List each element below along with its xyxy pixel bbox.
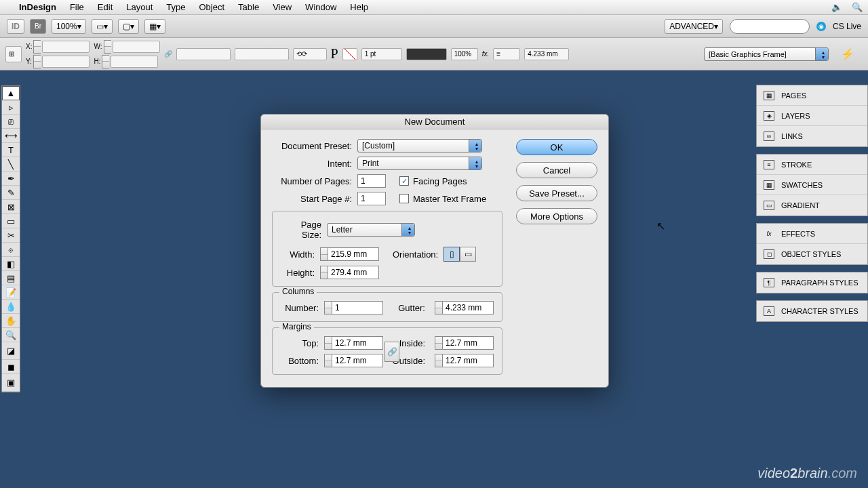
workspace-select[interactable]: ADVANCED ▾	[665, 19, 723, 34]
page-size-select[interactable]: Letter▴▾	[327, 223, 415, 237]
hand-tool[interactable]: ✋	[2, 314, 20, 328]
frame-style-select[interactable]: [Basic Graphics Frame]▴▾	[704, 47, 829, 61]
gutter-spinner[interactable]	[435, 301, 442, 314]
height-spinner[interactable]	[320, 266, 328, 279]
gutter-value[interactable]: 4.233 mm	[524, 48, 569, 60]
save-preset-button[interactable]: Save Preset...	[516, 185, 597, 201]
panel-gradient[interactable]: ▭GRADIENT	[757, 195, 867, 216]
view-options-1[interactable]: ▭▾	[92, 19, 113, 34]
gradient-feather-tool[interactable]: ▤	[2, 271, 20, 285]
view-options-3[interactable]: ▦▾	[144, 19, 165, 34]
opacity-input[interactable]: 100%	[451, 48, 478, 60]
cslive-label[interactable]: CS Live	[833, 22, 861, 31]
col-number-input[interactable]: 1	[332, 301, 383, 314]
app-name[interactable]: InDesign	[12, 2, 63, 12]
direct-selection-tool[interactable]: ▹	[2, 100, 20, 115]
align-icons[interactable]: ≡	[493, 48, 520, 60]
facing-pages-checkbox[interactable]: ✓	[399, 176, 409, 186]
pencil-tool[interactable]: ✎	[2, 186, 20, 200]
menu-type[interactable]: Type	[159, 2, 192, 12]
pen-tool[interactable]: ✒	[2, 171, 20, 186]
width-input[interactable]: 215.9 mm	[328, 247, 379, 261]
eyedropper-tool[interactable]: 💧	[2, 300, 20, 314]
line-tool[interactable]: ╲	[2, 157, 20, 171]
panel-paragraph-styles[interactable]: ¶PARAGRAPH STYLES	[757, 272, 867, 293]
scissors-tool[interactable]: ✂	[2, 228, 20, 243]
intent-select[interactable]: Print▴▾	[357, 157, 482, 170]
w-input[interactable]	[113, 41, 160, 53]
master-text-checkbox[interactable]	[399, 194, 409, 203]
free-transform-tool[interactable]: ⟐	[2, 243, 20, 257]
inside-spinner[interactable]	[435, 336, 442, 350]
menu-file[interactable]: File	[63, 2, 91, 12]
bridge-button[interactable]: Br	[30, 19, 46, 34]
doc-preset-select[interactable]: [Custom]▴▾	[357, 139, 482, 152]
stroke-weight[interactable]: 1 pt	[361, 48, 402, 60]
reference-point[interactable]: ⊞	[5, 46, 22, 62]
height-input[interactable]: 279.4 mm	[328, 266, 379, 279]
bottom-input[interactable]: 12.7 mm	[332, 354, 383, 367]
num-pages-input[interactable]: 1	[357, 174, 386, 188]
y-spinner[interactable]	[33, 55, 41, 68]
cslive-icon[interactable]: ◉	[816, 22, 826, 31]
search-input[interactable]	[730, 19, 810, 34]
more-options-button[interactable]: More Options	[516, 208, 597, 224]
menu-edit[interactable]: Edit	[91, 2, 119, 12]
bottom-spinner[interactable]	[324, 354, 332, 367]
top-spinner[interactable]	[324, 336, 332, 350]
orientation-landscape[interactable]: ▭	[460, 247, 476, 262]
cancel-button[interactable]: Cancel	[516, 162, 597, 178]
panel-stroke[interactable]: ≡STROKE	[757, 155, 867, 175]
selection-tool[interactable]: ▲	[2, 86, 20, 100]
gap-tool[interactable]: ⟷	[2, 129, 20, 143]
panel-links[interactable]: ∞LINKS	[757, 126, 867, 146]
h-spinner[interactable]	[102, 55, 109, 68]
menu-table[interactable]: Table	[231, 2, 266, 12]
panel-layers[interactable]: ◈LAYERS	[757, 106, 867, 126]
menu-help[interactable]: Help	[343, 2, 375, 12]
lightning-icon[interactable]: ⚡	[841, 47, 854, 60]
rotate[interactable]	[235, 48, 289, 60]
constrain-icon[interactable]: 🔗	[164, 50, 172, 58]
gradient-swatch-tool[interactable]: ◧	[2, 257, 20, 271]
ok-button[interactable]: OK	[516, 139, 597, 155]
text-tool-icon[interactable]: P	[331, 46, 338, 62]
fx-icon[interactable]: fx.	[482, 50, 490, 58]
menu-object[interactable]: Object	[193, 2, 232, 12]
screen-mode[interactable]: ▣	[2, 374, 20, 392]
top-input[interactable]: 12.7 mm	[332, 336, 383, 350]
view-options-2[interactable]: ▢▾	[118, 19, 139, 34]
panel-pages[interactable]: ▦PAGES	[757, 85, 867, 106]
note-tool[interactable]: 📝	[2, 285, 20, 300]
page-tool[interactable]: ⎚	[2, 115, 20, 129]
panel-effects[interactable]: fxEFFECTS	[757, 224, 867, 244]
x-input[interactable]	[42, 41, 90, 53]
panel-character-styles[interactable]: ACHARACTER STYLES	[757, 301, 867, 321]
link-margins-icon[interactable]: 🔗	[384, 342, 399, 362]
x-spinner[interactable]	[33, 40, 41, 54]
rectangle-frame-tool[interactable]: ⊠	[2, 200, 20, 214]
spotlight-icon[interactable]: 🔍	[852, 2, 863, 12]
zoom-tool[interactable]: 🔍	[2, 328, 20, 342]
menu-window[interactable]: Window	[298, 2, 343, 12]
fill-stroke-swap[interactable]: ◪	[2, 342, 20, 360]
menu-view[interactable]: View	[266, 2, 298, 12]
zoom-select[interactable]: 100% ▾	[52, 19, 86, 34]
rectangle-tool[interactable]: ▭	[2, 214, 20, 228]
inside-input[interactable]: 12.7 mm	[442, 336, 494, 350]
orientation-portrait[interactable]: ▯	[443, 247, 460, 262]
h-input[interactable]	[111, 56, 158, 68]
panel-swatches[interactable]: ▦SWATCHES	[757, 175, 867, 195]
type-tool[interactable]: T	[2, 143, 20, 157]
col-number-spinner[interactable]	[324, 301, 332, 314]
w-spinner[interactable]	[104, 40, 111, 54]
stroke-style[interactable]	[406, 48, 447, 60]
fill-swatch[interactable]	[342, 48, 357, 60]
panel-object-styles[interactable]: ◻OBJECT STYLES	[757, 244, 867, 264]
scale-x[interactable]	[176, 48, 231, 60]
outside-spinner[interactable]	[435, 354, 442, 367]
apply-color[interactable]: ◼	[2, 360, 20, 374]
flip-icons[interactable]: ⟲⟳	[293, 48, 327, 60]
app-icon[interactable]: ID	[7, 19, 24, 34]
outside-input[interactable]: 12.7 mm	[442, 354, 494, 367]
